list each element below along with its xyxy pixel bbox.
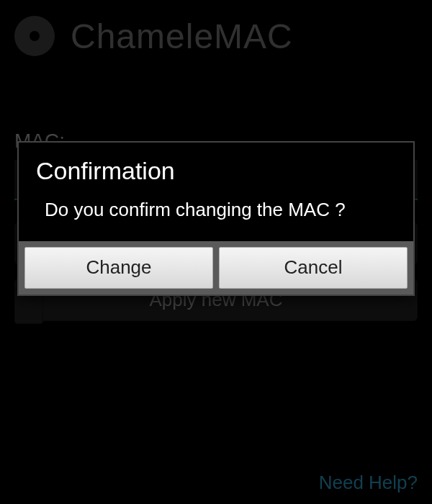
dialog-title: Confirmation [36, 157, 396, 185]
dialog-button-row: Change Cancel [19, 241, 413, 294]
cancel-button[interactable]: Cancel [219, 247, 408, 289]
confirmation-dialog: Confirmation Do you confirm changing the… [17, 141, 415, 296]
change-button[interactable]: Change [24, 247, 213, 289]
dialog-message: Do you confirm changing the MAC ? [36, 198, 396, 222]
dialog-body: Confirmation Do you confirm changing the… [19, 143, 413, 241]
